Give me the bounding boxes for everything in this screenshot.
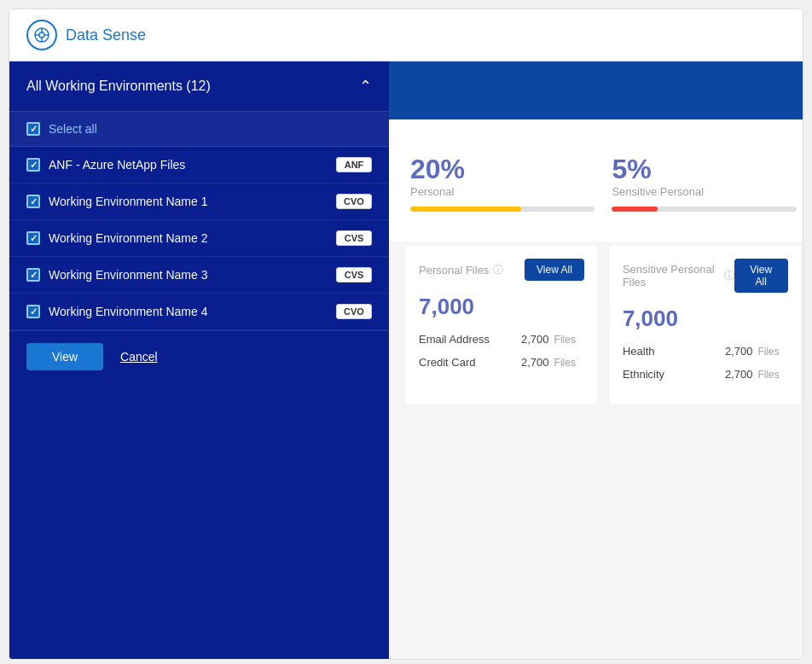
env-name-4: Working Environment Name 4 <box>49 305 336 318</box>
file-unit-email: Files <box>554 334 576 346</box>
env-row-4[interactable]: Working Environment Name 4 CVO <box>9 294 389 330</box>
personal-percentage: 20% <box>410 154 594 185</box>
sensitive-files-header: Sensitive Personal Files ⓘ View All <box>623 259 788 293</box>
stats-row: 20% Personal 5% Sensitive Personal <box>410 137 797 224</box>
personal-files-count: 7,000 <box>419 294 584 320</box>
file-row-email: Email Address 2,700 Files <box>419 333 584 346</box>
top-banner <box>389 61 803 119</box>
stat-sensitive: 5% Sensitive Personal <box>612 154 796 212</box>
dropdown-header[interactable]: All Working Environments (12) ⌃ <box>9 61 389 112</box>
personal-label: Personal <box>410 185 594 198</box>
file-count-ethnicity: 2,700 <box>725 368 753 381</box>
env-checkbox-4[interactable] <box>26 305 40 318</box>
file-name-email: Email Address <box>419 333 521 346</box>
file-name-credit: Credit Card <box>419 356 521 369</box>
personal-view-all-button[interactable]: View All <box>525 259 584 281</box>
sensitive-view-all-button[interactable]: View All <box>734 259 788 293</box>
cancel-button[interactable]: Cancel <box>120 350 158 364</box>
env-row-3[interactable]: Working Environment Name 3 CVS <box>9 257 389 294</box>
app-title: Data Sense <box>66 26 146 44</box>
env-name-3: Working Environment Name 3 <box>49 268 336 282</box>
env-row-1[interactable]: Working Environment Name 1 CVO <box>9 183 389 220</box>
stats-section: 20% Personal 5% Sensitive Personal <box>389 119 803 242</box>
env-badge-anf: ANF <box>336 157 372 172</box>
file-count-credit: 2,700 <box>521 356 549 369</box>
personal-bar-container <box>410 207 594 212</box>
sensitive-files-section: Sensitive Personal Files ⓘ View All 7,00… <box>610 246 801 404</box>
app-logo <box>26 20 57 50</box>
env-name-1: Working Environment Name 1 <box>49 195 336 208</box>
sensitive-files-title-row: Sensitive Personal Files ⓘ <box>623 263 734 288</box>
sensitive-files-info-icon[interactable]: ⓘ <box>724 269 734 283</box>
file-row-credit: Credit Card 2,700 Files <box>419 356 584 369</box>
file-row-ethnicity: Ethnicity 2,700 Files <box>623 368 788 381</box>
file-count-health: 2,700 <box>725 345 753 358</box>
svg-point-1 <box>39 32 44 38</box>
personal-files-header: Personal Files ⓘ View All <box>419 259 584 281</box>
file-unit-credit: Files <box>554 357 576 369</box>
personal-files-section: Personal Files ⓘ View All 7,000 Email Ad… <box>406 246 597 404</box>
env-row-anf[interactable]: ANF - Azure NetApp Files ANF <box>9 147 389 183</box>
dropdown-panel: All Working Environments (12) ⌃ Select a… <box>9 61 389 659</box>
env-badge-2: CVS <box>336 230 372 246</box>
file-name-ethnicity: Ethnicity <box>623 368 725 381</box>
main-area: All Working Environments (12) ⌃ Select a… <box>9 61 803 659</box>
env-badge-4: CVO <box>336 304 372 319</box>
sensitive-bar-fill <box>612 207 658 212</box>
sensitive-bar-container <box>612 207 796 212</box>
dropdown-title: All Working Environments (12) <box>26 79 211 94</box>
personal-files-title-row: Personal Files ⓘ <box>419 263 503 277</box>
environment-list: ANF - Azure NetApp Files ANF Working Env… <box>9 147 389 330</box>
sensitive-label: Sensitive Personal <box>612 185 796 198</box>
personal-files-label: Personal Files <box>419 264 489 277</box>
chevron-up-icon: ⌃ <box>359 77 372 96</box>
personal-bar-fill <box>410 207 521 212</box>
env-name-anf: ANF - Azure NetApp Files <box>49 158 336 172</box>
env-checkbox-2[interactable] <box>26 231 40 245</box>
env-name-2: Working Environment Name 2 <box>49 231 336 245</box>
file-name-health: Health <box>623 345 725 358</box>
select-all-label: Select all <box>49 122 97 136</box>
env-badge-1: CVO <box>336 194 372 209</box>
file-row-health: Health 2,700 Files <box>623 345 788 358</box>
sensitive-percentage: 5% <box>612 154 796 185</box>
select-all-row[interactable]: Select all <box>9 112 389 147</box>
view-button[interactable]: View <box>26 343 103 370</box>
file-unit-health: Files <box>757 346 779 358</box>
app-header: Data Sense <box>9 9 803 61</box>
right-area: 20% Personal 5% Sensitive Personal <box>389 61 803 659</box>
env-checkbox-anf[interactable] <box>26 158 40 172</box>
env-checkbox-3[interactable] <box>26 268 40 282</box>
file-count-email: 2,700 <box>521 333 549 346</box>
sensitive-files-count: 7,000 <box>623 306 788 332</box>
env-checkbox-1[interactable] <box>26 195 40 208</box>
action-row: View Cancel <box>9 330 389 382</box>
sensitive-files-label: Sensitive Personal Files <box>623 263 720 288</box>
file-unit-ethnicity: Files <box>757 369 779 381</box>
stat-personal: 20% Personal <box>410 154 594 212</box>
select-all-checkbox[interactable] <box>26 122 40 136</box>
files-sections: Personal Files ⓘ View All 7,000 Email Ad… <box>389 242 803 421</box>
env-badge-3: CVS <box>336 267 372 282</box>
personal-files-info-icon[interactable]: ⓘ <box>493 263 503 277</box>
env-row-2[interactable]: Working Environment Name 2 CVS <box>9 220 389 257</box>
app-container: Data Sense All Working Environments (12)… <box>9 9 803 660</box>
